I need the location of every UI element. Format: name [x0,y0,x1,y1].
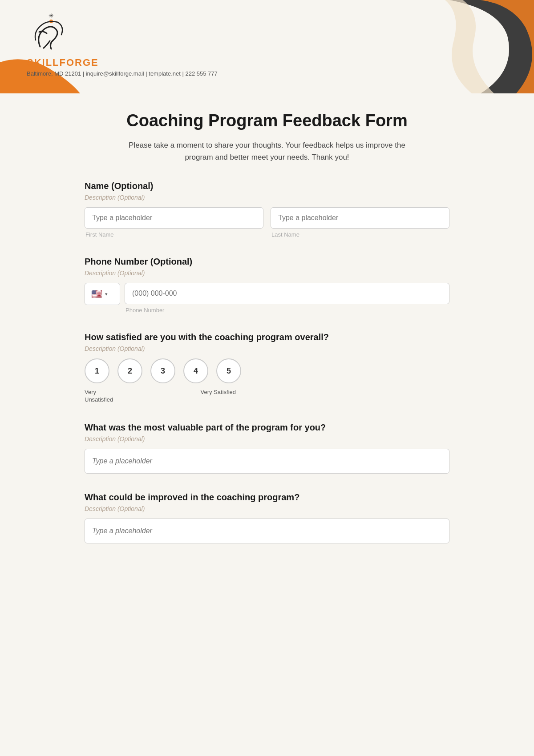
improve-section-desc: Description (Optional) [85,505,449,512]
improve-input[interactable] [85,519,449,543]
rating-2[interactable]: 2 [117,358,142,383]
first-name-input[interactable] [85,207,263,229]
form-title: Coaching Program Feedback Form [85,111,449,130]
phone-section-title: Phone Number (Optional) [85,257,449,267]
rating-3[interactable]: 3 [150,358,175,383]
satisfaction-section: How satisfied are you with the coaching … [85,332,449,404]
page-header: ✳ SKILLFORGE Baltimore, MD 21201 | inqui… [0,0,534,93]
rating-labels: VeryUnsatisfied Very Satisfied [85,389,236,404]
name-input-row: First Name Last Name [85,207,449,238]
valuable-section-desc: Description (Optional) [85,435,449,442]
satisfaction-section-desc: Description (Optional) [85,345,449,352]
logo-contact: Baltimore, MD 21201 | inquire@skillforge… [27,70,218,77]
phone-input-group: Phone Number [125,283,449,314]
rating-label-low: VeryUnsatisfied [85,389,113,404]
header-deco-right [392,0,534,93]
chevron-down-icon: ▾ [105,291,108,297]
phone-input[interactable] [125,283,449,304]
rating-5[interactable]: 5 [216,358,241,383]
logo-area: ✳ SKILLFORGE Baltimore, MD 21201 | inqui… [27,13,218,77]
last-name-group: Last Name [271,207,449,238]
name-section-title: Name (Optional) [85,181,449,191]
first-name-group: First Name [85,207,263,238]
main-content: Coaching Program Feedback Form Please ta… [76,93,458,598]
valuable-section: What was the most valuable part of the p… [85,422,449,474]
phone-section-desc: Description (Optional) [85,269,449,277]
logo-icon: ✳ [27,13,67,53]
form-subtitle: Please take a moment to share your thoug… [125,139,409,163]
rating-label-high: Very Satisfied [201,389,236,396]
country-select[interactable]: 🇺🇸 ▾ [85,283,120,305]
flag-icon: 🇺🇸 [91,289,102,299]
last-name-input[interactable] [271,207,449,229]
rating-4[interactable]: 4 [183,358,208,383]
phone-input-row: 🇺🇸 ▾ Phone Number [85,283,449,314]
name-section: Name (Optional) Description (Optional) F… [85,181,449,238]
svg-text:✳: ✳ [49,13,54,19]
valuable-input[interactable] [85,449,449,474]
last-name-label: Last Name [271,231,449,238]
rating-row: 1 2 3 4 5 [85,358,449,383]
valuable-section-title: What was the most valuable part of the p… [85,422,449,433]
satisfaction-section-title: How satisfied are you with the coaching … [85,332,449,342]
phone-section: Phone Number (Optional) Description (Opt… [85,257,449,314]
name-section-desc: Description (Optional) [85,194,449,201]
first-name-label: First Name [85,231,263,238]
rating-1[interactable]: 1 [85,358,109,383]
phone-label: Phone Number [125,307,449,314]
improve-section-title: What could be improved in the coaching p… [85,492,449,503]
logo-text: SKILLFORGE [27,57,218,68]
improve-section: What could be improved in the coaching p… [85,492,449,543]
